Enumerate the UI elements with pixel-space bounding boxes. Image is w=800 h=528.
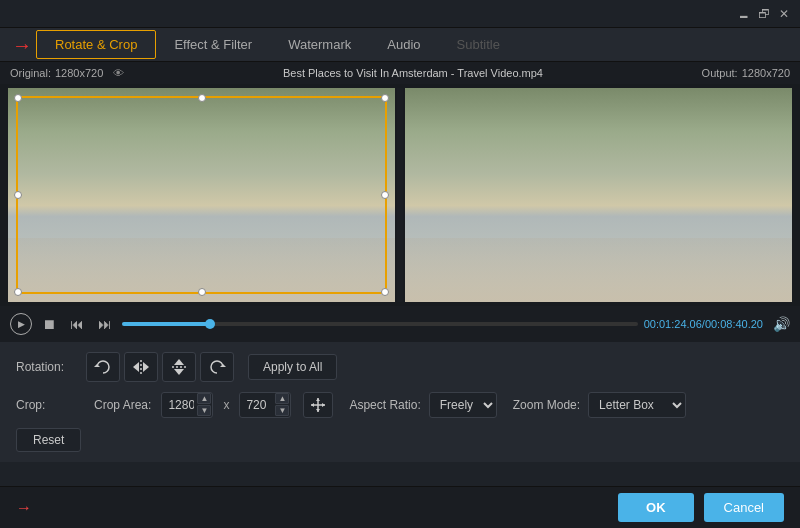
crop-move-button[interactable] (303, 392, 333, 418)
crop-height-spinners: ▲ ▼ (275, 393, 289, 416)
prev-frame-button[interactable]: ⏮ (66, 314, 88, 334)
left-video-bg (8, 88, 395, 302)
volume-button[interactable]: 🔊 (773, 316, 790, 332)
crop-height-down[interactable]: ▼ (275, 405, 289, 416)
svg-marker-9 (322, 403, 325, 407)
rotate-right-button[interactable] (200, 352, 234, 382)
playback-bar: ▶ ⏹ ⏮ ⏭ 00:01:24.06/00:08:40.20 🔊 (0, 306, 800, 342)
progress-thumb[interactable] (205, 319, 215, 329)
aspect-ratio-select[interactable]: Freely 16:9 4:3 1:1 9:16 (429, 392, 497, 418)
tab-rotate-crop[interactable]: Rotate & Crop (36, 30, 156, 59)
time-display: 00:01:24.06/00:08:40.20 (644, 318, 763, 330)
svg-marker-3 (220, 364, 226, 367)
x-separator: x (223, 398, 229, 412)
stop-button[interactable]: ⏹ (38, 314, 60, 334)
apply-to-all-button[interactable]: Apply to All (248, 354, 337, 380)
zoom-mode-select[interactable]: Letter Box Pan & Scan Full (588, 392, 686, 418)
video-area: Original: 1280x720 👁 Best Places to Visi… (0, 62, 800, 342)
flip-horizontal-button[interactable] (124, 352, 158, 382)
progress-fill (122, 322, 210, 326)
video-info-bar: Original: 1280x720 👁 Best Places to Visi… (0, 62, 800, 84)
video-filename: Best Places to Visit In Amsterdam - Trav… (283, 67, 543, 79)
minimize-button[interactable]: 🗕 (736, 6, 752, 22)
crop-width-group: ▲ ▼ (161, 392, 213, 418)
zoom-mode-label: Zoom Mode: (513, 398, 580, 412)
output-size: 1280x720 (742, 67, 790, 79)
crop-width-down[interactable]: ▼ (197, 405, 211, 416)
total-time: 00:08:40.20 (705, 318, 763, 330)
tab-subtitle: Subtitle (439, 31, 518, 58)
next-frame-button[interactable]: ⏭ (94, 314, 116, 334)
controls-area: Rotation: (0, 342, 800, 462)
crop-area-label: Crop Area: (94, 398, 151, 412)
tab-arrow-indicator: → (12, 35, 32, 55)
play-button[interactable]: ▶ (10, 313, 32, 335)
rotation-row: Rotation: (16, 352, 784, 382)
panel-divider (397, 88, 403, 302)
original-size: 1280x720 (55, 67, 103, 79)
rotation-buttons (86, 352, 234, 382)
left-video-panel (8, 88, 395, 302)
svg-marker-6 (316, 398, 320, 401)
right-video-bg (405, 88, 792, 302)
crop-width-up[interactable]: ▲ (197, 393, 211, 404)
bottom-bar: → OK Cancel (0, 486, 800, 528)
output-label: Output: (702, 67, 738, 79)
maximize-button[interactable]: 🗗 (756, 6, 772, 22)
crop-row: Crop: Crop Area: ▲ ▼ x ▲ ▼ (16, 392, 784, 418)
crop-label: Crop: (16, 398, 86, 412)
crop-height-group: ▲ ▼ (239, 392, 291, 418)
tab-watermark[interactable]: Watermark (270, 31, 369, 58)
title-bar: 🗕 🗗 ✕ (0, 0, 800, 28)
rotation-label: Rotation: (16, 360, 86, 374)
tab-bar: → Rotate & Crop Effect & Filter Watermar… (0, 28, 800, 62)
svg-marker-8 (311, 403, 314, 407)
tab-effect-filter[interactable]: Effect & Filter (156, 31, 270, 58)
cancel-button[interactable]: Cancel (704, 493, 784, 522)
eye-icon[interactable]: 👁 (113, 67, 124, 79)
original-label: Original: (10, 67, 51, 79)
progress-bar[interactable] (122, 322, 638, 326)
tab-audio[interactable]: Audio (369, 31, 438, 58)
video-panels (0, 84, 800, 306)
close-button[interactable]: ✕ (776, 6, 792, 22)
right-video-panel (405, 88, 792, 302)
crop-height-up[interactable]: ▲ (275, 393, 289, 404)
ok-button[interactable]: OK (618, 493, 694, 522)
svg-marker-0 (94, 364, 100, 367)
aspect-ratio-label: Aspect Ratio: (349, 398, 420, 412)
rotate-left-button[interactable] (86, 352, 120, 382)
crop-width-spinners: ▲ ▼ (197, 393, 211, 416)
current-time: 00:01:24.06 (644, 318, 702, 330)
bottom-arrow-indicator: → (16, 499, 32, 517)
flip-vertical-button[interactable] (162, 352, 196, 382)
svg-marker-7 (316, 409, 320, 412)
reset-button[interactable]: Reset (16, 428, 81, 452)
